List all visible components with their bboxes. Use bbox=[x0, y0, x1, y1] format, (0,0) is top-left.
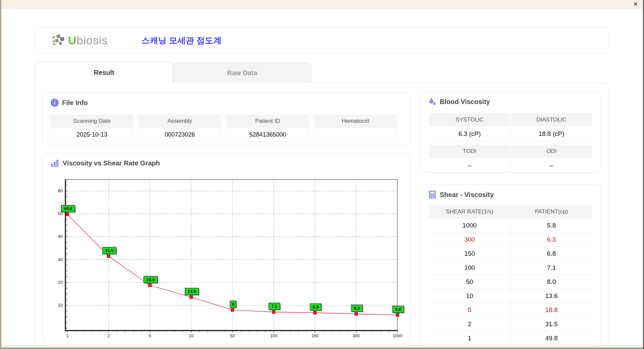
bv-header-row: SYSTOLICDIASTOLIC bbox=[429, 113, 592, 127]
tab-raw-data-label: Raw Data bbox=[227, 69, 257, 77]
file-info-header: i File Info bbox=[43, 93, 410, 107]
blood-viscosity-card: Blood Viscosity SYSTOLICDIASTOLIC6.3 (cP… bbox=[420, 91, 601, 172]
sv-data-row: 508.0 bbox=[429, 275, 592, 289]
brand-rest: biosis bbox=[77, 34, 108, 47]
sv-shear-rate: 1 bbox=[429, 331, 510, 345]
bv-value-row: –– bbox=[429, 158, 592, 173]
sv-data-row: 1007.1 bbox=[429, 261, 592, 275]
sv-data-row: 1506.8 bbox=[429, 247, 592, 261]
sv-data-row: 10005.8 bbox=[429, 218, 592, 233]
calculator-icon bbox=[428, 190, 436, 199]
shear-viscosity-header: Shear - Viscosity bbox=[420, 185, 601, 199]
sv-data-row: 518.8 bbox=[429, 303, 592, 317]
svg-text:10: 10 bbox=[58, 303, 63, 308]
svg-text:1000: 1000 bbox=[393, 333, 402, 338]
sv-shear-rate: 300 bbox=[429, 233, 510, 246]
tab-result[interactable]: Result bbox=[35, 62, 173, 83]
brand-first-letter: U bbox=[68, 34, 77, 47]
app-title: 스캐닝 모세관 점도계 bbox=[142, 35, 222, 46]
shear-viscosity-card: Shear - Viscosity SHEAR RATE(1/s)PATIENT… bbox=[420, 184, 601, 344]
svg-text:8: 8 bbox=[232, 302, 234, 307]
bv-metric-value: – bbox=[429, 158, 510, 173]
svg-text:6.8: 6.8 bbox=[313, 305, 318, 309]
sv-patient-value: 7.1 bbox=[511, 261, 592, 275]
sv-shear-rate: 2 bbox=[429, 317, 510, 331]
sv-shear-rate: 10 bbox=[429, 289, 510, 303]
window-titlebar: ✕ bbox=[0, 0, 644, 9]
sv-patient-value: 6.8 bbox=[511, 247, 592, 260]
graph-title: Viscosity vs Shear Rate Graph bbox=[63, 159, 160, 167]
sv-column-header: SHEAR RATE(1/s) bbox=[429, 205, 510, 218]
svg-text:5.8: 5.8 bbox=[395, 307, 401, 312]
ubiosis-logo-icon bbox=[51, 33, 66, 47]
svg-text:49.8: 49.8 bbox=[64, 206, 72, 211]
bar-chart-icon bbox=[51, 159, 59, 167]
sv-patient-value: 8.0 bbox=[511, 275, 592, 289]
file-info-field: Assembly000723026 bbox=[139, 114, 221, 142]
svg-text:18.8: 18.8 bbox=[147, 278, 155, 282]
file-info-card: i File Info Scanning Date2025-10-13Assem… bbox=[42, 93, 411, 146]
graph-header: Viscosity vs Shear Rate Graph bbox=[43, 153, 410, 167]
svg-text:300: 300 bbox=[353, 333, 360, 338]
sv-shear-rate: 50 bbox=[429, 275, 510, 289]
sv-patient-value: 6.3 bbox=[511, 233, 592, 246]
sv-shear-rate: 5 bbox=[429, 303, 510, 317]
sv-shear-rate: 100 bbox=[429, 261, 510, 275]
svg-text:20: 20 bbox=[58, 280, 63, 285]
sv-patient-value: 49.8 bbox=[511, 331, 592, 345]
svg-text:7.1: 7.1 bbox=[271, 304, 277, 309]
bv-header-row: TODIODI bbox=[429, 145, 592, 158]
bv-metric-value: 6.3 (cP) bbox=[429, 127, 510, 141]
file-info-field: Hematocrit bbox=[314, 114, 397, 142]
tab-raw-data[interactable]: Raw Data bbox=[173, 63, 311, 83]
viscosity-chart: 1020304050601251050100150300100049.831.5… bbox=[49, 173, 410, 344]
field-value bbox=[314, 128, 397, 142]
field-label: Hematocrit bbox=[314, 114, 397, 128]
field-value: 000723026 bbox=[139, 128, 221, 142]
svg-text:30: 30 bbox=[58, 257, 63, 262]
svg-text:50: 50 bbox=[230, 333, 235, 338]
svg-text:31.5: 31.5 bbox=[105, 248, 113, 253]
bv-metric-label: DIASTOLIC bbox=[511, 113, 592, 127]
file-info-field: Patient ID52841365000 bbox=[226, 114, 309, 142]
shear-viscosity-table: SHEAR RATE(1/s)PATIENT(cp)10005.83006.31… bbox=[429, 205, 592, 345]
bv-metric-label: ODI bbox=[511, 145, 592, 158]
blood-viscosity-table: SYSTOLICDIASTOLIC6.3 (cP)18.8 (cP)TODIOD… bbox=[429, 113, 592, 173]
sv-data-row: 3006.3 bbox=[429, 233, 592, 247]
svg-text:100: 100 bbox=[270, 333, 277, 338]
window-bottom-strip bbox=[0, 345, 644, 348]
sv-patient-value: 5.8 bbox=[511, 218, 592, 232]
close-icon[interactable]: ✕ bbox=[633, 1, 638, 8]
svg-text:1: 1 bbox=[66, 333, 68, 338]
sv-patient-value: 13.6 bbox=[511, 289, 592, 303]
sv-data-row: 149.8 bbox=[429, 331, 592, 345]
sv-data-row: 231.5 bbox=[429, 317, 592, 331]
svg-text:6.3: 6.3 bbox=[354, 306, 360, 311]
tab-result-label: Result bbox=[94, 69, 114, 77]
field-label: Patient ID bbox=[226, 114, 309, 128]
sv-header-row: SHEAR RATE(1/s)PATIENT(cp) bbox=[429, 205, 592, 218]
brand-name: Ubiosis bbox=[68, 34, 108, 47]
sv-shear-rate: 1000 bbox=[429, 218, 510, 232]
graph-card: Viscosity vs Shear Rate Graph 1020304050… bbox=[42, 153, 411, 344]
svg-text:2: 2 bbox=[107, 333, 110, 338]
sv-column-header: PATIENT(cp) bbox=[511, 205, 592, 218]
brand: Ubiosis bbox=[51, 33, 108, 47]
file-info-title: File Info bbox=[62, 99, 88, 107]
svg-text:150: 150 bbox=[311, 333, 319, 338]
svg-text:60: 60 bbox=[58, 188, 63, 193]
file-info-field: Scanning Date2025-10-13 bbox=[51, 114, 133, 142]
svg-text:40: 40 bbox=[58, 234, 63, 239]
sv-patient-value: 18.8 bbox=[511, 303, 592, 317]
header-card: Ubiosis 스캐닝 모세관 점도계 bbox=[35, 27, 609, 54]
field-label: Assembly bbox=[139, 114, 221, 128]
sv-patient-value: 31.5 bbox=[511, 317, 592, 331]
shear-viscosity-title: Shear - Viscosity bbox=[440, 191, 494, 199]
file-info-fields: Scanning Date2025-10-13Assembly000723026… bbox=[51, 114, 397, 142]
blood-viscosity-title: Blood Viscosity bbox=[440, 98, 490, 106]
sv-shear-rate: 150 bbox=[429, 247, 510, 260]
svg-text:10: 10 bbox=[189, 333, 194, 338]
svg-text:5: 5 bbox=[149, 333, 151, 338]
window-bottom-edge bbox=[0, 348, 644, 349]
svg-text:13.6: 13.6 bbox=[188, 289, 196, 294]
